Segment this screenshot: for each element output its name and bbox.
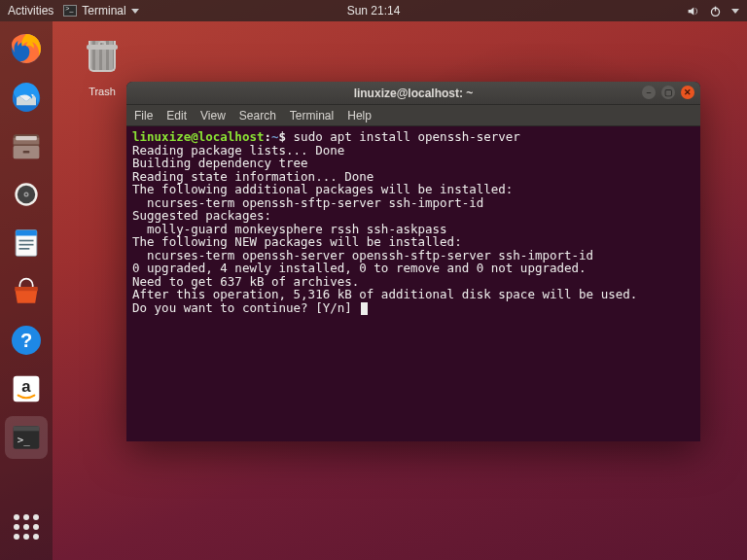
cursor-icon <box>361 302 368 315</box>
menu-terminal[interactable]: Terminal <box>290 109 334 122</box>
terminal-output[interactable]: linuxize@localhost:~$ sudo apt install o… <box>126 126 700 441</box>
menu-file[interactable]: File <box>134 109 153 122</box>
dock-terminal[interactable]: >_ <box>5 416 48 459</box>
activities-button[interactable]: Activities <box>8 4 53 18</box>
svg-text:?: ? <box>20 330 32 351</box>
maximize-button[interactable]: ▢ <box>661 86 675 99</box>
svg-rect-14 <box>16 230 37 236</box>
dock-software[interactable] <box>5 270 48 313</box>
window-titlebar[interactable]: linuxize@localhost: ~ – ▢ ✕ <box>126 82 700 105</box>
dock: ? a >_ <box>0 21 53 560</box>
svg-text:a: a <box>21 377 31 396</box>
dock-help[interactable]: ? <box>5 319 48 362</box>
terminal-window: linuxize@localhost: ~ – ▢ ✕ File Edit Vi… <box>126 82 700 441</box>
dock-files[interactable] <box>5 124 48 167</box>
desktop-trash-label: Trash <box>72 86 132 97</box>
desktop-trash[interactable]: Trash <box>72 31 132 97</box>
show-applications[interactable] <box>5 506 48 548</box>
chevron-down-icon <box>131 9 139 14</box>
dock-rhythmbox[interactable] <box>5 173 48 216</box>
dock-firefox[interactable] <box>5 27 48 70</box>
svg-rect-8 <box>23 151 30 154</box>
terminal-icon <box>63 5 77 17</box>
dock-writer[interactable] <box>5 222 48 264</box>
trash-icon <box>83 41 122 84</box>
window-title: linuxize@localhost: ~ <box>354 87 474 100</box>
system-menu-chevron-icon[interactable] <box>731 9 739 14</box>
top-panel: Activities Terminal Sun 21:14 <box>0 0 747 21</box>
dock-thunderbird[interactable] <box>5 76 48 119</box>
svg-rect-24 <box>14 426 40 431</box>
app-menu-label: Terminal <box>82 4 125 18</box>
menu-edit[interactable]: Edit <box>166 109 187 122</box>
menu-bar: File Edit View Search Terminal Help <box>126 105 700 126</box>
volume-icon[interactable] <box>687 5 699 18</box>
power-icon[interactable] <box>709 5 722 18</box>
svg-rect-6 <box>16 136 37 140</box>
minimize-button[interactable]: – <box>642 86 656 99</box>
svg-rect-18 <box>15 287 37 291</box>
apps-grid-icon <box>14 514 39 540</box>
clock[interactable]: Sun 21:14 <box>347 4 401 18</box>
dock-amazon[interactable]: a <box>5 368 48 410</box>
app-menu[interactable]: Terminal <box>63 4 138 18</box>
close-button[interactable]: ✕ <box>681 86 694 99</box>
menu-search[interactable]: Search <box>239 109 276 122</box>
svg-text:>_: >_ <box>18 434 31 446</box>
out-line: Do you want to continue? [Y/n] <box>132 300 359 315</box>
menu-help[interactable]: Help <box>347 109 372 122</box>
menu-view[interactable]: View <box>200 109 226 122</box>
svg-point-12 <box>25 193 27 195</box>
